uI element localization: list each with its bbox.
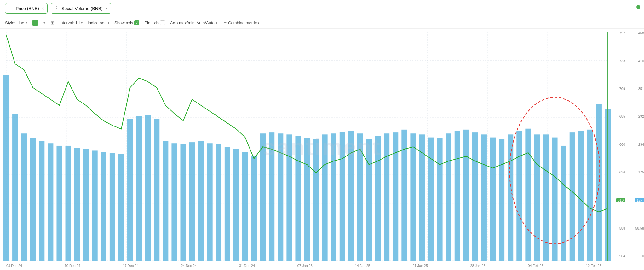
y-right-468: 468 [638,31,644,35]
metric-tags-row: ⋮ Price (BNB) × ⋮ Social Volume (BNB) × [0,0,644,17]
interval-label: Interval: 1d [60,21,80,25]
x-label-9: 04 Feb 25 [528,264,543,267]
combine-plus-icon: + [224,20,227,26]
y-left-685: 685 [619,114,625,118]
interval-caret-icon: ▾ [81,21,83,25]
style-control[interactable]: Style: Line ▾ [5,21,27,25]
indicators-control[interactable]: Indicators: ▾ [88,21,109,25]
price-tag-dots-icon[interactable]: ⋮ [9,5,14,11]
x-label-6: 14 Jan 25 [355,264,370,267]
x-label-7: 21 Jan 25 [412,264,428,267]
y-right-175: 175 [638,170,644,174]
status-dot [636,5,640,9]
y-left-610: 610 [616,198,625,202]
check-mark-icon: ✓ [135,21,138,25]
x-label-5: 07 Jan 25 [297,264,313,267]
axis-maxmin-control[interactable]: Axis max/min: Auto/Auto ▾ [170,21,217,25]
controls-row: Style: Line ▾ ▾ ⊞ Interval: 1d ▾ Indicat… [0,17,644,29]
show-axis-control[interactable]: Show axis ✓ [114,20,139,25]
y-right-0: 0 [642,254,644,258]
grid-icon[interactable]: ⊞ [50,20,55,26]
show-axis-label: Show axis [114,21,133,25]
social-tag-label: Social Volume (BNB) [61,6,103,11]
axis-maxmin-caret-icon: ▾ [216,21,217,25]
social-volume-metric-tag[interactable]: ⋮ Social Volume (BNB) × [51,3,111,14]
y-left-564: 564 [619,254,625,258]
indicators-label: Indicators: [88,21,106,25]
y-right-5858: 58.58 [635,226,644,230]
pin-axis-label: Pin axis [144,21,159,25]
x-label-2: 17 Dec 24 [123,264,138,267]
y-left-757: 757 [619,31,625,35]
interval-control[interactable]: Interval: 1d ▾ [60,21,83,25]
price-metric-tag[interactable]: ⋮ Price (BNB) × [5,3,48,14]
y-right-127: 127 [635,198,644,202]
app-container: ⋮ Price (BNB) × ⋮ Social Volume (BNB) × … [0,0,644,270]
y-left-588: 588 [619,226,625,230]
indicators-caret-icon: ▾ [108,21,109,25]
social-tag-dots-icon[interactable]: ⋮ [54,5,60,11]
price-tag-label: Price (BNB) [16,6,39,11]
y-right-410: 410 [638,59,644,63]
chart-area: santiment 757 733 709 685 660 636 610 58… [0,29,644,270]
combine-metrics-button[interactable]: + Combine metrics [224,20,259,26]
y-left-709: 709 [619,87,625,91]
y-left-733: 733 [619,59,625,63]
social-tag-close-icon[interactable]: × [105,6,108,11]
style-label: Style: Line [5,21,24,25]
x-label-3: 24 Dec 24 [181,264,197,267]
x-axis: 03 Dec 24 10 Dec 24 17 Dec 24 24 Dec 24 … [0,261,608,270]
x-label-1: 10 Dec 24 [65,264,80,267]
y-right-351: 351 [638,87,644,91]
y-axis-left: 757 733 709 685 660 636 610 588 564 [609,29,625,261]
color-swatch[interactable] [32,20,38,26]
y-right-234: 234 [638,143,644,146]
pin-axis-control[interactable]: Pin axis [144,20,165,25]
price-tag-close-icon[interactable]: × [42,6,44,11]
axis-maxmin-label: Axis max/min: Auto/Auto [170,21,215,25]
combine-metrics-label: Combine metrics [228,21,259,25]
y-left-636: 636 [619,170,625,174]
y-right-292: 292 [638,114,644,118]
color-caret-icon: ▾ [43,21,45,25]
x-label-4: 31 Dec 24 [239,264,255,267]
pin-axis-checkbox[interactable] [160,20,165,25]
y-axis-right: 468 410 351 292 234 175 127 58.58 0 [627,29,644,261]
x-label-0: 03 Dec 24 [6,264,22,267]
style-caret-icon: ▾ [26,21,27,25]
chart-canvas [0,29,644,270]
show-axis-checkbox[interactable]: ✓ [134,20,139,25]
y-left-660: 660 [619,143,625,146]
x-label-10: 10 Feb 25 [586,264,601,267]
x-label-8: 28 Jan 25 [470,264,485,267]
